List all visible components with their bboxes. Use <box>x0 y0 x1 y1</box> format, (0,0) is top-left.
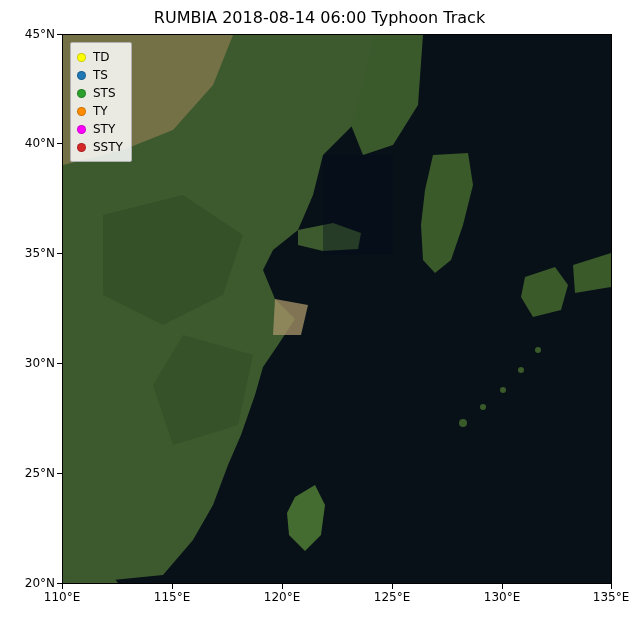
xtick-mark <box>392 584 393 589</box>
xtick-mark <box>282 584 283 589</box>
basemap-image <box>63 35 612 584</box>
ytick-label: 45°N <box>23 27 55 41</box>
circle-icon <box>77 53 86 62</box>
ytick-mark <box>57 583 62 584</box>
map-plot-area <box>62 34 612 584</box>
ytick-mark <box>57 363 62 364</box>
xtick-label: 120°E <box>264 590 301 604</box>
xtick-mark <box>172 584 173 589</box>
chart-title: RUMBIA 2018-08-14 06:00 Typhoon Track <box>0 8 639 27</box>
xtick-mark <box>62 584 63 589</box>
ytick-mark <box>57 143 62 144</box>
ytick-label: 40°N <box>23 136 55 150</box>
ytick-label: 25°N <box>23 466 55 480</box>
legend-label: STY <box>93 122 115 136</box>
ytick-label: 30°N <box>23 356 55 370</box>
svg-point-4 <box>518 367 524 373</box>
ytick-mark <box>57 253 62 254</box>
xtick-mark <box>611 584 612 589</box>
circle-icon <box>77 71 86 80</box>
circle-icon <box>77 125 86 134</box>
legend-item-sts: STS <box>77 84 123 102</box>
xtick-label: 115°E <box>154 590 191 604</box>
svg-point-3 <box>500 387 506 393</box>
xtick-label: 135°E <box>593 590 630 604</box>
xtick-label: 130°E <box>484 590 521 604</box>
legend-item-td: TD <box>77 48 123 66</box>
svg-point-1 <box>459 419 467 427</box>
legend-item-ssty: SSTY <box>77 138 123 156</box>
figure: { "chart_data": { "type": "scatter", "ti… <box>0 0 639 623</box>
circle-icon <box>77 89 86 98</box>
legend-label: STS <box>93 86 116 100</box>
xtick-label: 125°E <box>374 590 411 604</box>
legend-item-ty: TY <box>77 102 123 120</box>
ytick-mark <box>57 473 62 474</box>
ytick-label: 20°N <box>23 576 55 590</box>
legend-item-ts: TS <box>77 66 123 84</box>
legend-label: TD <box>93 50 110 64</box>
ytick-mark <box>57 34 62 35</box>
xtick-label: 110°E <box>44 590 81 604</box>
legend: TD TS STS TY STY SSTY <box>70 42 132 162</box>
ytick-label: 35°N <box>23 246 55 260</box>
legend-label: SSTY <box>93 140 123 154</box>
legend-item-sty: STY <box>77 120 123 138</box>
circle-icon <box>77 107 86 116</box>
legend-label: TS <box>93 68 108 82</box>
svg-point-2 <box>480 404 486 410</box>
svg-point-5 <box>535 347 541 353</box>
xtick-mark <box>502 584 503 589</box>
legend-label: TY <box>93 104 108 118</box>
circle-icon <box>77 143 86 152</box>
